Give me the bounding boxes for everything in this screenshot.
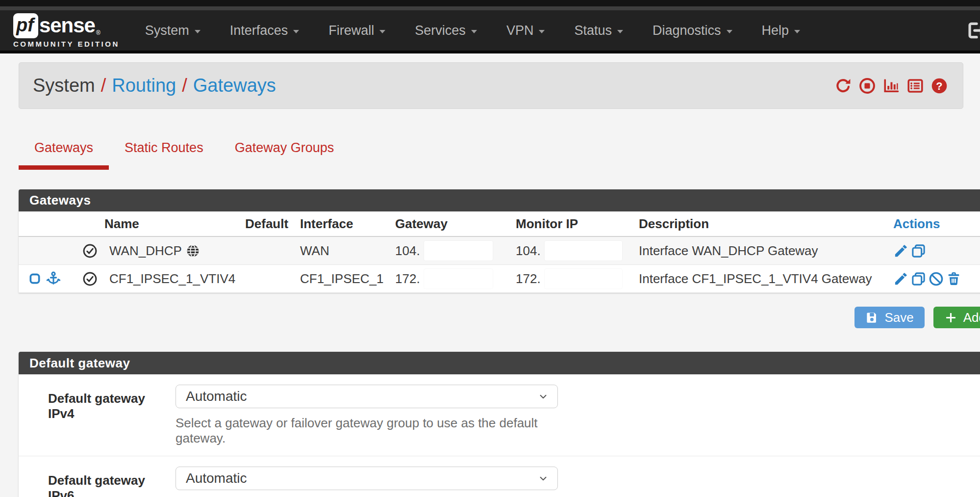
- routing-tabs: Gateways Static Routes Gateway Groups: [19, 132, 980, 170]
- gateway-name: CF1_IPSEC_1_VTIV4: [109, 271, 235, 287]
- chevron-down-icon: [794, 30, 800, 33]
- col-header-name: Name: [104, 216, 245, 232]
- nav-item-status[interactable]: Status: [559, 10, 638, 51]
- form-row-ipv6: Default gateway IPv6 Automatic Select a …: [19, 456, 980, 497]
- breadcrumb-link-gateways[interactable]: Gateways: [193, 75, 276, 96]
- plus-icon: [944, 311, 957, 324]
- nav-menu: System Interfaces Firewall Services VPN …: [130, 10, 815, 51]
- help-icon[interactable]: ?: [930, 77, 948, 95]
- gateway-address: 172.: [395, 271, 420, 287]
- page-action-icons: ?: [834, 77, 948, 95]
- form-row-ipv4: Default gateway IPv4 Automatic Select a …: [19, 374, 980, 456]
- tab-gateways[interactable]: Gateways: [19, 132, 109, 170]
- gateway-address: 104.: [395, 243, 420, 259]
- col-header-actions: Actions: [893, 216, 980, 232]
- chevron-down-icon: [195, 30, 201, 33]
- gateways-table-header: Name Default Interface Gateway Monitor I…: [19, 211, 980, 237]
- gateway-enabled-icon: [82, 271, 98, 287]
- breadcrumb-bar: System / Routing / Gateways ?: [19, 62, 963, 109]
- tab-gateway-groups[interactable]: Gateway Groups: [219, 132, 350, 170]
- globe-icon: [186, 244, 200, 258]
- nav-item-services[interactable]: Services: [400, 10, 492, 51]
- copy-icon[interactable]: [911, 271, 926, 287]
- gateway-interface: WAN: [300, 243, 395, 259]
- copy-icon[interactable]: [911, 243, 926, 259]
- nav-item-vpn[interactable]: VPN: [492, 10, 560, 51]
- monitor-ip: 104.: [516, 243, 541, 259]
- gateway-interface: CF1_IPSEC_1: [300, 271, 395, 287]
- col-header-monitor-ip: Monitor IP: [516, 216, 635, 232]
- redacted-value: [545, 269, 622, 288]
- chevron-down-icon: [293, 30, 299, 33]
- default-gateway-ipv4-select[interactable]: Automatic: [176, 385, 558, 408]
- refresh-icon[interactable]: [834, 77, 852, 95]
- chevron-down-icon: [617, 30, 623, 33]
- col-header-description: Description: [635, 216, 893, 232]
- nav-item-system[interactable]: System: [130, 10, 215, 51]
- navbar-bottom-strip: [0, 51, 980, 53]
- default-gateway-ipv4-label: Default gateway IPv4: [19, 385, 157, 446]
- default-gateway-ipv6-select[interactable]: Automatic: [176, 467, 558, 490]
- default-gateway-ipv6-label: Default gateway IPv6: [19, 467, 157, 497]
- stop-circle-icon[interactable]: [858, 77, 876, 95]
- chevron-down-icon: [727, 30, 732, 33]
- save-icon: [865, 311, 879, 324]
- table-actions: Save Add: [19, 307, 980, 328]
- anchor-icon: [46, 271, 61, 287]
- chevron-down-icon: [539, 30, 545, 33]
- edit-icon[interactable]: [893, 243, 908, 259]
- table-row-cf1-ipsec: CF1_IPSEC_1_VTIV4 CF1_IPSEC_1 172. 172. …: [19, 265, 980, 293]
- edit-icon[interactable]: [893, 271, 908, 287]
- col-header-default: Default: [245, 216, 300, 232]
- breadcrumb-separator: /: [101, 75, 106, 96]
- svg-text:?: ?: [936, 79, 942, 92]
- gateway-enabled-icon: [82, 243, 98, 259]
- nav-item-help[interactable]: Help: [747, 10, 815, 51]
- pfsense-logo-sense: sense: [39, 14, 95, 37]
- help-text: Select a gateway or failover gateway gro…: [176, 416, 558, 446]
- selected-value: Automatic: [186, 471, 247, 486]
- log-icon[interactable]: [906, 77, 924, 95]
- redacted-value: [545, 241, 622, 261]
- disable-icon[interactable]: [929, 271, 944, 287]
- selected-value: Automatic: [186, 389, 247, 404]
- default-gateway-panel: Default gateway Default gateway IPv4 Aut…: [19, 352, 980, 497]
- tab-static-routes[interactable]: Static Routes: [109, 132, 219, 170]
- nav-item-interfaces[interactable]: Interfaces: [215, 10, 314, 51]
- sign-out-icon[interactable]: [965, 20, 980, 41]
- nav-item-firewall[interactable]: Firewall: [314, 10, 400, 51]
- select-box-icon[interactable]: [28, 272, 41, 285]
- window-title-strip: [0, 6, 980, 10]
- add-button[interactable]: Add: [933, 307, 980, 328]
- breadcrumb-link-routing[interactable]: Routing: [112, 75, 176, 96]
- gateway-description: Interface WAN_DHCP Gateway: [635, 243, 893, 259]
- registered-mark: ®: [96, 29, 101, 36]
- gateway-name: WAN_DHCP: [109, 243, 182, 259]
- table-row-wan-dhcp: WAN_DHCP WAN 104. 104. Interface WAN_DHC…: [19, 237, 980, 265]
- pfsense-logo[interactable]: pf sense ® COMMUNITY EDITION: [13, 13, 120, 48]
- breadcrumb-root: System: [33, 75, 95, 96]
- chevron-down-icon: [538, 473, 549, 484]
- col-header-gateway: Gateway: [395, 216, 516, 232]
- redacted-value: [424, 241, 493, 261]
- top-navbar: pf sense ® COMMUNITY EDITION System Inte…: [0, 10, 980, 51]
- save-button[interactable]: Save: [854, 307, 924, 328]
- redacted-value: [424, 269, 493, 288]
- default-gateway-panel-title: Default gateway: [19, 352, 980, 374]
- gateways-panel: Gateways Name Default Interface Gateway …: [19, 189, 980, 293]
- delete-icon[interactable]: [946, 271, 961, 287]
- monitor-ip: 172.: [516, 271, 541, 287]
- window-top-strip: [0, 0, 980, 6]
- chevron-down-icon: [471, 30, 477, 33]
- breadcrumb-separator: /: [182, 75, 187, 96]
- chevron-down-icon: [538, 391, 549, 402]
- pfsense-logo-pf: pf: [13, 13, 38, 38]
- nav-item-diagnostics[interactable]: Diagnostics: [638, 10, 747, 51]
- gateways-panel-title: Gateways: [19, 189, 980, 211]
- pfsense-logo-tagline: COMMUNITY EDITION: [13, 40, 120, 48]
- charts-icon[interactable]: [882, 77, 900, 95]
- gateway-description: Interface CF1_IPSEC_1_VTIV4 Gateway: [635, 271, 893, 287]
- breadcrumb: System / Routing / Gateways: [33, 75, 276, 96]
- chevron-down-icon: [379, 30, 385, 33]
- col-header-interface: Interface: [300, 216, 395, 232]
